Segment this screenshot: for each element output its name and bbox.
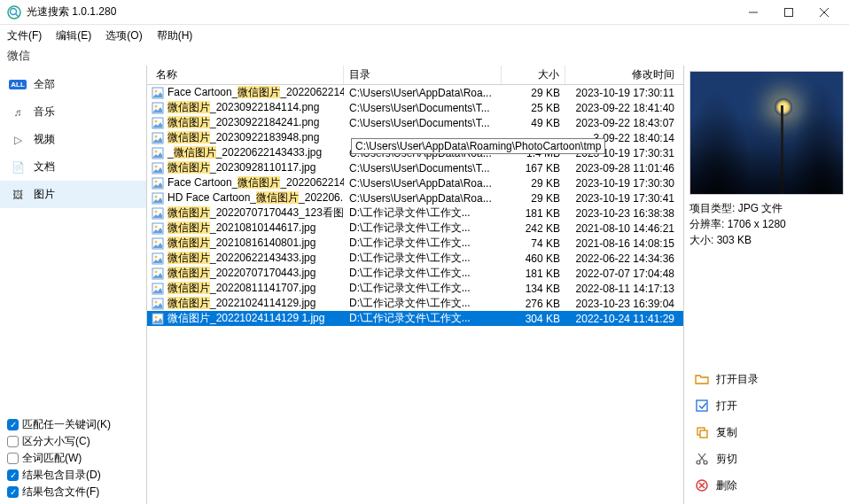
- result-row[interactable]: 微信图片_20230928110117.jpgC:\Users\User\Doc…: [147, 160, 683, 175]
- search-query-display[interactable]: 微信: [0, 46, 849, 66]
- sidebar-item-label: 文档: [34, 159, 55, 174]
- svg-point-10: [155, 105, 158, 107]
- result-row[interactable]: 微信图片_20220707170443.jpgD:\工作记录文件\工作文...1…: [147, 266, 683, 281]
- menu-file[interactable]: 文件(F): [7, 28, 42, 43]
- result-row[interactable]: 微信图片_20220707170443_123看图...D:\工作记录文件\工作…: [147, 205, 683, 221]
- action-copy[interactable]: 复制: [689, 419, 844, 446]
- image-file-icon: [151, 267, 165, 281]
- menu-bar: 文件(F) 编辑(E) 选项(O) 帮助(H): [0, 25, 849, 46]
- result-row[interactable]: 微信图片_20230922184114.pngC:\Users\User\Doc…: [147, 100, 683, 115]
- cell-size: 74 KB: [502, 237, 565, 250]
- cell-date: 2023-10-23 16:39:04: [565, 298, 683, 310]
- action-delete[interactable]: 删除: [689, 472, 844, 499]
- cell-dir: D:\工作记录文件\工作文...: [344, 281, 502, 296]
- result-row[interactable]: 微信图片_20210810144617.jpgD:\工作记录文件\工作文...2…: [147, 221, 683, 236]
- svg-point-36: [155, 300, 158, 303]
- opt-include-dir[interactable]: ✓结果包含目录(D): [7, 467, 147, 484]
- sidebar-item-image[interactable]: 🖼图片: [0, 181, 146, 208]
- cell-name: 微信图片_20230922183948.png: [151, 130, 344, 145]
- image-file-icon: [151, 236, 165, 251]
- col-dir[interactable]: 目录: [344, 66, 502, 84]
- cell-size: 25 KB: [502, 102, 565, 114]
- action-open-dir[interactable]: 打开目录: [689, 366, 844, 392]
- svg-rect-41: [700, 430, 707, 438]
- image-file-icon: [151, 101, 165, 115]
- svg-point-24: [155, 210, 158, 213]
- image-file-icon: [151, 86, 165, 100]
- cell-size: 304 KB: [502, 313, 565, 325]
- sidebar-item-music[interactable]: ♬音乐: [0, 98, 146, 126]
- col-date[interactable]: 修改时间: [565, 66, 683, 84]
- result-row[interactable]: 微信图片_20230922184241.pngC:\Users\User\Doc…: [147, 115, 683, 130]
- cell-name: HD Face Cartoon_微信图片_202206...: [151, 190, 344, 205]
- opt-case[interactable]: 区分大小写(C): [7, 433, 147, 450]
- image-file-icon: [151, 146, 165, 160]
- cell-dir: C:\Users\User\AppData\Roa...: [344, 87, 502, 99]
- checkbox-icon: ✓: [7, 419, 19, 430]
- sidebar-item-doc[interactable]: 📄文档: [0, 153, 146, 181]
- minimize-button[interactable]: [736, 0, 771, 25]
- cell-name: 微信图片_20230928110117.jpg: [151, 160, 344, 175]
- action-cut[interactable]: 剪切: [689, 446, 844, 472]
- image-file-icon: [151, 282, 165, 296]
- image-file-icon: [151, 116, 165, 130]
- svg-point-18: [155, 165, 158, 167]
- result-row[interactable]: 微信图片_20210816140801.jpgD:\工作记录文件\工作文...7…: [147, 236, 683, 251]
- result-row[interactable]: 微信图片_20220811141707.jpgD:\工作记录文件\工作文...1…: [147, 281, 683, 296]
- image-file-icon: [151, 191, 165, 205]
- result-row[interactable]: 微信图片_20221024114129 1.jpgD:\工作记录文件\工作文..…: [147, 311, 683, 326]
- result-row[interactable]: HD Face Cartoon_微信图片_202206...C:\Users\U…: [147, 190, 683, 205]
- cell-dir: C:\Users\User\AppData\Roa...: [344, 192, 502, 205]
- opt-any-keyword[interactable]: ✓匹配任一关键词(K): [7, 416, 147, 433]
- action-open[interactable]: 打开: [689, 392, 844, 419]
- cell-date: 2023-10-19 17:30:30: [565, 177, 683, 190]
- result-row[interactable]: Face Cartoon_微信图片_2022062214...C:\Users\…: [147, 85, 683, 100]
- cell-date: 2022-10-24 11:41:29: [565, 313, 683, 325]
- cell-dir: C:\Users\User\Documents\T...: [344, 102, 502, 114]
- path-tooltip: C:\Users\User\AppData\Roaming\PhotoCarto…: [351, 138, 605, 154]
- menu-edit[interactable]: 编辑(E): [56, 28, 91, 43]
- cell-dir: C:\Users\User\AppData\Roa...: [344, 177, 502, 190]
- opt-whole-word[interactable]: 全词匹配(W): [7, 450, 147, 467]
- results-list[interactable]: C:\Users\User\AppData\Roaming\PhotoCarto…: [147, 85, 683, 504]
- window-controls: [736, 0, 842, 25]
- open-icon: [695, 399, 709, 413]
- cell-size: 49 KB: [502, 117, 565, 129]
- cell-dir: D:\工作记录文件\工作文...: [344, 311, 502, 326]
- close-button[interactable]: [806, 0, 842, 25]
- cell-date: 2023-10-19 17:30:41: [565, 192, 683, 205]
- result-row[interactable]: 微信图片_20221024114129.jpgD:\工作记录文件\工作文...2…: [147, 296, 683, 311]
- result-row[interactable]: 微信图片_20220622143433.jpgD:\工作记录文件\工作文...4…: [147, 251, 683, 266]
- sidebar: ALL全部♬音乐▷视频📄文档🖼图片 ✓匹配任一关键词(K) 区分大小写(C) 全…: [0, 66, 147, 504]
- cell-name: 微信图片_20220622143433.jpg: [151, 251, 344, 266]
- sidebar-item-label: 全部: [34, 77, 55, 92]
- menu-options[interactable]: 选项(O): [105, 28, 142, 43]
- cell-date: 2023-09-22 18:43:07: [565, 117, 683, 129]
- folder-open-icon: [695, 372, 709, 386]
- col-name[interactable]: 名称: [151, 66, 344, 84]
- col-size[interactable]: 大小: [502, 66, 565, 84]
- sidebar-item-all[interactable]: ALL全部: [0, 71, 146, 98]
- svg-point-8: [155, 89, 158, 92]
- svg-point-38: [155, 315, 158, 318]
- sidebar-item-label: 视频: [34, 132, 55, 147]
- cell-size: 276 KB: [502, 298, 565, 310]
- maximize-button[interactable]: [771, 0, 806, 25]
- music-icon: ♬: [14, 106, 22, 119]
- title-bar: 光速搜索 1.0.1.280: [0, 0, 849, 25]
- opt-include-file[interactable]: ✓结果包含文件(F): [7, 484, 147, 500]
- cell-size: 242 KB: [502, 222, 565, 235]
- image-icon: 🖼: [12, 189, 23, 201]
- result-row[interactable]: Face Cartoon_微信图片_2022062214...C:\Users\…: [147, 175, 683, 190]
- image-file-icon: [151, 312, 165, 326]
- app-title: 光速搜索 1.0.1.280: [27, 4, 736, 19]
- cell-name: 微信图片_20210810144617.jpg: [151, 221, 344, 236]
- menu-help[interactable]: 帮助(H): [157, 28, 193, 43]
- cell-size: 181 KB: [502, 207, 565, 220]
- cell-dir: C:\Users\User\Documents\T...: [344, 162, 502, 174]
- cell-date: 2021-08-10 14:46:21: [565, 222, 683, 235]
- svg-rect-4: [785, 8, 793, 16]
- svg-point-16: [155, 150, 158, 152]
- sidebar-item-video[interactable]: ▷视频: [0, 126, 146, 153]
- cell-dir: D:\工作记录文件\工作文...: [344, 236, 502, 251]
